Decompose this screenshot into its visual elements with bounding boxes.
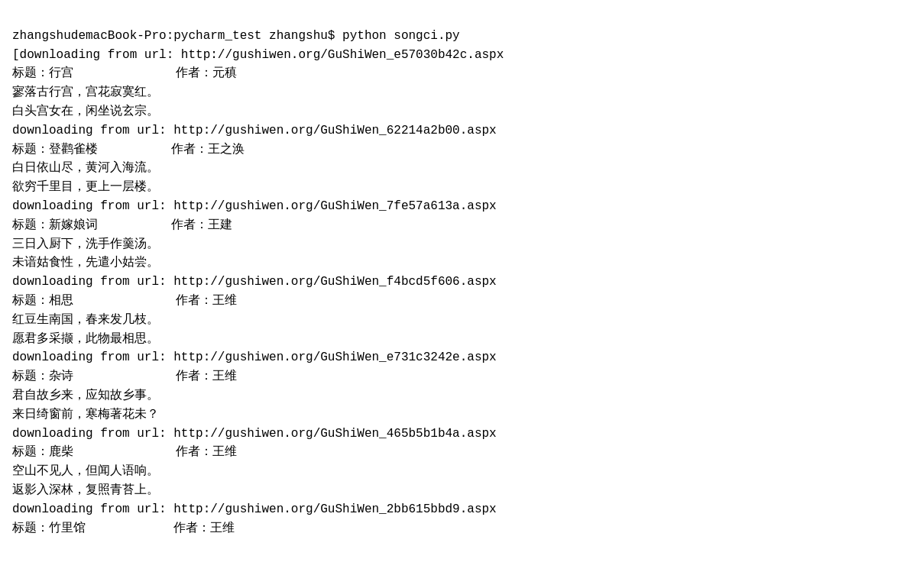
terminal-line: downloading from url: http://gushiwen.or… [12, 273, 905, 292]
terminal-line: 愿君多采撷，此物最相思。 [12, 330, 905, 349]
terminal-output: zhangshudemacBook-Pro:pycharm_test zhang… [0, 0, 917, 588]
terminal-line: 来日绮窗前，寒梅著花未？ [12, 405, 905, 425]
terminal-line: 君自故乡来，应知故乡事。 [12, 386, 905, 405]
terminal-line: 标题：行宫 作者：元稹 [12, 64, 905, 83]
terminal-line: 标题：新嫁娘词 作者：王建 [12, 216, 905, 235]
terminal-line: 白日依山尽，黄河入海流。 [12, 159, 905, 178]
terminal-line: 白头宫女在，闲坐说玄宗。 [12, 102, 905, 121]
terminal-line: downloading from url: http://gushiwen.or… [12, 197, 905, 216]
terminal-line: [downloading from url: http://gushiwen.o… [12, 46, 905, 65]
terminal-line: downloading from url: http://gushiwen.or… [12, 348, 905, 367]
terminal-line: downloading from url: http://gushiwen.or… [12, 500, 905, 519]
terminal-line: 标题：杂诗 作者：王维 [12, 367, 905, 386]
terminal-line: 标题：鹿柴 作者：王维 [12, 443, 905, 462]
terminal-line: 标题：竹里馆 作者：王维 [12, 519, 905, 538]
terminal-line: 空山不见人，但闻人语响。 [12, 462, 905, 481]
terminal-line: 寥落古行宫，宫花寂寞红。 [12, 83, 905, 102]
terminal-line: 未谙姑食性，先遣小姑尝。 [12, 254, 905, 273]
terminal-line: 标题：登鹳雀楼 作者：王之涣 [12, 141, 905, 160]
terminal-line: downloading from url: http://gushiwen.or… [12, 121, 905, 141]
terminal-line: 标题：相思 作者：王维 [12, 292, 905, 311]
terminal-line: 返影入深林，复照青苔上。 [12, 481, 905, 500]
terminal-line: 红豆生南国，春来发几枝。 [12, 311, 905, 330]
terminal-line: downloading from url: http://gushiwen.or… [12, 425, 905, 444]
terminal-line: zhangshudemacBook-Pro:pycharm_test zhang… [12, 27, 905, 46]
terminal-line: 欲穷千里目，更上一层楼。 [12, 178, 905, 197]
terminal-line: 三日入厨下，洗手作羹汤。 [12, 235, 905, 254]
